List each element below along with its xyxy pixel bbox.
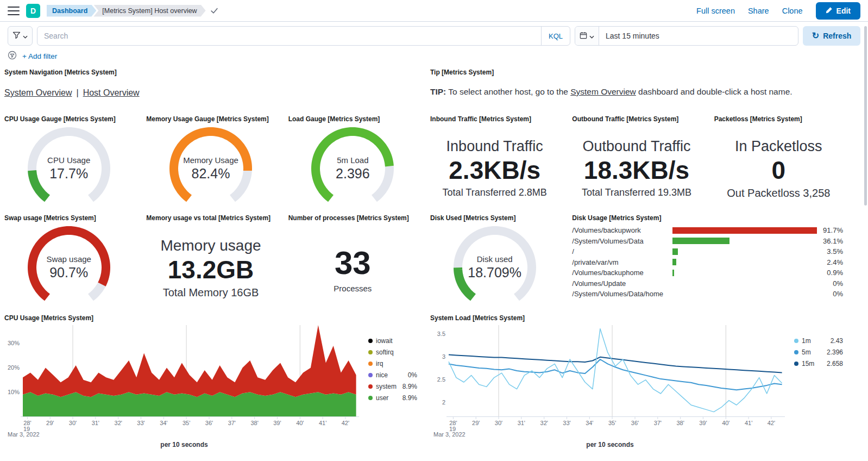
legend-color-dot	[794, 362, 798, 366]
disk-usage-row: /System/Volumes/Data/home0%	[572, 289, 843, 300]
saved-query-icon	[12, 31, 21, 41]
outbound-traffic-panel: Outbound Traffic [Metrics System] Outbou…	[568, 112, 705, 207]
disk-usage-bar	[672, 227, 817, 234]
legend-item[interactable]: user8.9%	[368, 394, 417, 402]
legend-value: 2.658	[827, 360, 843, 367]
host-overview-link[interactable]: Host Overview	[83, 88, 140, 97]
chevron-down-icon	[23, 32, 28, 40]
svg-text:34': 34'	[160, 420, 167, 426]
panel-title: Memory Usage Gauge [Metrics System]	[146, 115, 275, 123]
legend-label: system	[376, 383, 397, 390]
panel-title: Memory usage vs total [Metrics System]	[146, 214, 275, 222]
legend-color-dot	[794, 339, 798, 343]
edit-button[interactable]: Edit	[816, 2, 860, 20]
memory-usage-metric: Memory usage 13.2GB Total Memory 16GB	[146, 223, 275, 299]
svg-text:33': 33'	[563, 420, 570, 426]
add-filter-button[interactable]: + Add filter	[22, 52, 57, 60]
saved-query-menu-button[interactable]	[8, 26, 33, 46]
legend-label: user	[376, 394, 388, 402]
svg-text:35': 35'	[608, 420, 616, 426]
disk-usage-value: 91.7%	[817, 226, 843, 234]
clone-button[interactable]: Clone	[782, 7, 803, 15]
svg-text:40': 40'	[722, 420, 729, 426]
svg-text:37': 37'	[654, 420, 662, 426]
legend-color-dot	[794, 350, 798, 354]
swap-usage-gauge: Swap usage 90.7%	[4, 223, 133, 304]
svg-text:2: 2	[442, 399, 445, 406]
disk-usage-panel: Disk Usage [Metrics System] /Volumes/bac…	[568, 211, 847, 307]
share-button[interactable]: Share	[748, 7, 769, 15]
search-input[interactable]	[37, 32, 541, 40]
filter-bar: + Add filter	[0, 50, 868, 62]
time-range-label[interactable]: Last 15 minutes	[599, 32, 666, 40]
legend-value: 8.9%	[402, 394, 417, 402]
disk-usage-value: 36.1%	[817, 237, 843, 245]
panel-title: Number of processes [Metrics System]	[288, 214, 417, 222]
load-chart-legend: 1m2.435m2.39615m2.658	[794, 337, 843, 448]
panel-title: CPU Usage Gauge [Metrics System]	[4, 115, 133, 123]
disk-usage-row: /3.5%	[572, 246, 843, 257]
cpu-chart-legend: iowaitsoftirqirqnice0%system8.9%user8.9%	[368, 337, 417, 448]
legend-item[interactable]: 15m2.658	[794, 360, 843, 367]
inbound-traffic-metric: Inbound Traffic 2.3KB/s Total Transferre…	[430, 124, 559, 198]
disk-usage-bar	[672, 270, 817, 276]
system-overview-link[interactable]: System Overview	[570, 87, 636, 96]
panel-title: Swap usage [Metrics System]	[4, 214, 133, 222]
filter-icon[interactable]	[8, 51, 17, 61]
dashboard-logo[interactable]: D	[26, 4, 40, 18]
svg-text:42': 42'	[768, 420, 775, 426]
refresh-icon: ↻	[812, 32, 819, 40]
svg-text:41': 41'	[319, 420, 326, 426]
legend-value: 2.43	[831, 337, 843, 345]
system-overview-link[interactable]: System Overview	[4, 88, 72, 97]
breadcrumb-dashboard[interactable]: Dashboard	[47, 5, 96, 17]
svg-text:36': 36'	[631, 420, 639, 426]
x-axis-title: per 10 seconds	[4, 441, 364, 448]
disk-path-label: /Volumes/backuphome	[572, 269, 672, 277]
svg-text:39': 39'	[273, 420, 281, 426]
breadcrumb: Dashboard [Metrics System] Host overview	[47, 5, 218, 17]
outbound-traffic-metric: Outbound Traffic 18.3KB/s Total Transfer…	[572, 124, 701, 198]
legend-item[interactable]: system8.9%	[368, 383, 417, 390]
disk-usage-bar	[672, 238, 817, 244]
menu-icon[interactable]	[8, 6, 20, 16]
legend-item[interactable]: 5m2.396	[794, 348, 843, 356]
legend-color-dot	[368, 396, 373, 400]
system-navigation-links: System Overview|Host Overview	[4, 88, 417, 98]
full-screen-button[interactable]: Full screen	[696, 7, 735, 15]
svg-text:31': 31'	[518, 420, 525, 426]
dashboard-grid: System Navigation [Metrics System] Syste…	[0, 62, 868, 457]
disk-usage-row: /private/var/vm2.4%	[572, 257, 843, 268]
svg-text:32': 32'	[115, 420, 122, 426]
panel-title: Inbound Traffic [Metrics System]	[430, 115, 559, 123]
tip-panel: Tip [Metrics System] TIP: To select anot…	[426, 65, 847, 108]
svg-text:38': 38'	[676, 420, 684, 426]
svg-text:41': 41'	[745, 420, 752, 426]
svg-text:31': 31'	[92, 420, 99, 426]
svg-text:29': 29'	[46, 420, 54, 426]
svg-text:29': 29'	[472, 420, 480, 426]
legend-label: irq	[376, 360, 383, 367]
vertical-scrollbar[interactable]	[864, 26, 867, 205]
swap-usage-gauge-panel: Swap usage [Metrics System] Swap usage 9…	[0, 211, 137, 307]
disk-usage-row: /Volumes/Update0%	[572, 278, 843, 289]
top-bar: D Dashboard [Metrics System] Host overvi…	[0, 0, 868, 22]
disk-usage-value: 2.4%	[817, 258, 843, 266]
legend-item[interactable]: irq	[368, 360, 417, 367]
panel-title: Disk Usage [Metrics System]	[572, 214, 843, 222]
legend-value: 8.9%	[402, 383, 417, 390]
legend-item[interactable]: softirq	[368, 348, 417, 356]
svg-text:40': 40'	[296, 420, 304, 426]
chevron-down-icon	[589, 32, 594, 40]
kql-button[interactable]: KQL	[541, 27, 570, 45]
refresh-button[interactable]: ↻ Refresh	[803, 26, 860, 46]
legend-item[interactable]: 1m2.43	[794, 337, 843, 345]
legend-item[interactable]: iowait	[368, 337, 417, 345]
memory-usage-vs-total-panel: Memory usage vs total [Metrics System] M…	[142, 211, 279, 307]
svg-text:32': 32'	[540, 420, 548, 426]
panel-title: Load Gauge [Metrics System]	[288, 115, 417, 123]
calendar-menu-button[interactable]	[575, 27, 599, 45]
legend-item[interactable]: nice0%	[368, 371, 417, 379]
processes-metric: 33 Processes	[288, 223, 417, 293]
svg-text:33': 33'	[137, 420, 144, 426]
